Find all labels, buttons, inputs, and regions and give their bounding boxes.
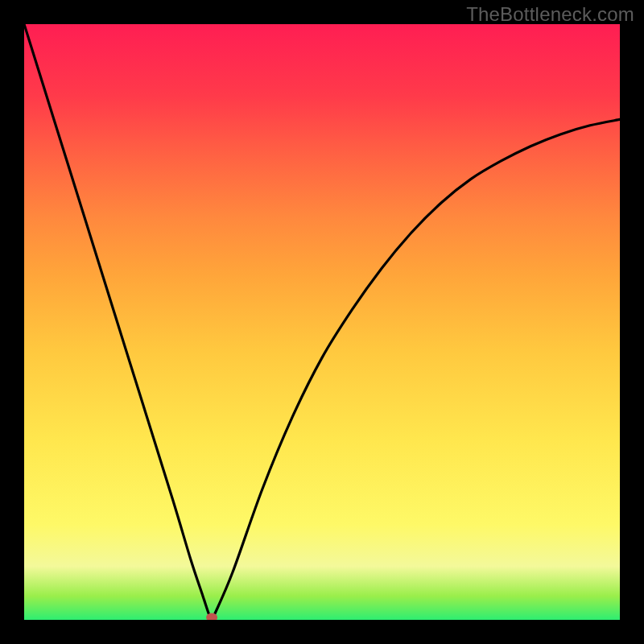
plot-area: [24, 24, 620, 620]
curve-layer: [24, 24, 620, 620]
attribution-text: TheBottleneck.com: [466, 3, 634, 26]
chart-frame: TheBottleneck.com: [0, 0, 644, 644]
bottleneck-curve: [24, 24, 620, 620]
